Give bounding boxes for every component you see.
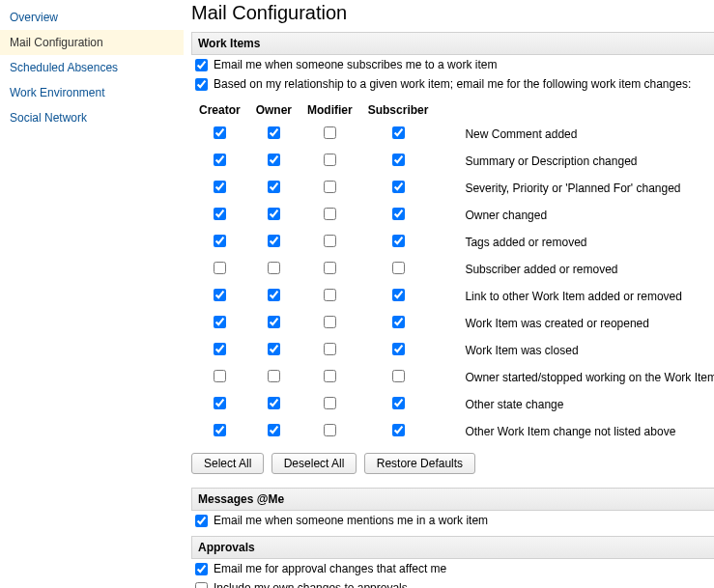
matrix-checkbox[interactable] xyxy=(392,289,405,301)
matrix-checkbox[interactable] xyxy=(324,343,336,355)
row-label: Severity, Priority or 'Planned For' chan… xyxy=(436,175,714,202)
row-label: Work Item was closed xyxy=(436,337,714,364)
sidebar-item-overview[interactable]: Overview xyxy=(0,5,184,30)
matrix-checkbox[interactable] xyxy=(268,424,280,436)
matrix-checkbox[interactable] xyxy=(324,154,336,166)
matrix-checkbox[interactable] xyxy=(392,262,405,274)
matrix-checkbox[interactable] xyxy=(214,370,226,382)
section-work-items-header: Work Items xyxy=(191,32,714,55)
table-row: Work Item was created or reopened xyxy=(191,310,714,337)
matrix-checkbox[interactable] xyxy=(324,262,336,274)
table-row: New Comment added xyxy=(191,121,714,148)
matrix-checkbox[interactable] xyxy=(268,154,280,166)
matrix-checkbox[interactable] xyxy=(392,424,405,436)
matrix-checkbox[interactable] xyxy=(214,397,226,409)
matrix-checkbox[interactable] xyxy=(324,424,336,436)
matrix-checkbox[interactable] xyxy=(214,126,226,139)
table-row: Tags added or removed xyxy=(191,229,714,256)
matrix-checkbox[interactable] xyxy=(268,343,280,355)
label-subscribe-me: Email me when someone subscribes me to a… xyxy=(214,58,497,71)
label-relationship: Based on my relationship to a given work… xyxy=(214,77,691,91)
checkbox-subscribe-me[interactable] xyxy=(195,59,208,71)
matrix-checkbox[interactable] xyxy=(392,370,405,382)
matrix-checkbox[interactable] xyxy=(324,316,336,328)
matrix-checkbox[interactable] xyxy=(268,208,280,220)
table-row: Other state change xyxy=(191,391,714,418)
page-title: Mail Configuration xyxy=(191,2,714,24)
matrix-checkbox[interactable] xyxy=(392,126,405,139)
row-label: Owner started/stopped working on the Wor… xyxy=(436,364,714,391)
checkbox-mention[interactable] xyxy=(195,515,208,527)
matrix-checkbox[interactable] xyxy=(214,154,226,166)
matrix-checkbox[interactable] xyxy=(324,181,336,193)
table-row: Owner changed xyxy=(191,202,714,229)
matrix-checkbox[interactable] xyxy=(268,181,280,193)
select-all-button[interactable]: Select All xyxy=(191,453,264,474)
matrix-checkbox[interactable] xyxy=(268,262,280,274)
column-header-subscriber: Subscriber xyxy=(360,99,437,121)
matrix-checkbox[interactable] xyxy=(392,316,405,328)
matrix-checkbox[interactable] xyxy=(324,126,336,139)
matrix-checkbox[interactable] xyxy=(324,370,336,382)
row-label: Summary or Description changed xyxy=(436,148,714,175)
section-messages-header: Messages @Me xyxy=(191,488,714,511)
sidebar-item-scheduled-absences[interactable]: Scheduled Absences xyxy=(0,55,184,80)
matrix-checkbox[interactable] xyxy=(324,235,336,247)
deselect-all-button[interactable]: Deselect All xyxy=(271,453,357,474)
checkbox-include-own[interactable] xyxy=(195,582,208,589)
row-label: Owner changed xyxy=(436,202,714,229)
matrix-checkbox[interactable] xyxy=(268,235,280,247)
work-item-matrix: CreatorOwnerModifierSubscriber New Comme… xyxy=(191,94,714,445)
sidebar: OverviewMail ConfigurationScheduled Abse… xyxy=(0,0,184,588)
matrix-checkbox[interactable] xyxy=(268,289,280,301)
matrix-checkbox[interactable] xyxy=(214,316,226,328)
row-label: Other Work Item change not listed above xyxy=(436,418,714,445)
checkbox-relationship[interactable] xyxy=(195,78,208,91)
matrix-checkbox[interactable] xyxy=(268,316,280,328)
sidebar-item-work-environment[interactable]: Work Environment xyxy=(0,80,184,105)
checkbox-approval-changes[interactable] xyxy=(195,563,208,575)
matrix-checkbox[interactable] xyxy=(324,208,336,220)
column-header-owner: Owner xyxy=(248,99,300,121)
matrix-checkbox[interactable] xyxy=(392,343,405,355)
table-row: Owner started/stopped working on the Wor… xyxy=(191,364,714,391)
table-row: Other Work Item change not listed above xyxy=(191,418,714,445)
matrix-checkbox[interactable] xyxy=(268,370,280,382)
label-include-own: Include my own changes to approvals xyxy=(214,581,408,588)
table-row: Summary or Description changed xyxy=(191,148,714,175)
matrix-checkbox[interactable] xyxy=(392,397,405,409)
matrix-checkbox[interactable] xyxy=(214,208,226,220)
matrix-checkbox[interactable] xyxy=(214,181,226,193)
matrix-checkbox[interactable] xyxy=(268,126,280,139)
matrix-checkbox[interactable] xyxy=(214,289,226,301)
column-header-creator: Creator xyxy=(191,99,248,121)
matrix-checkbox[interactable] xyxy=(324,289,336,301)
sidebar-item-social-network[interactable]: Social Network xyxy=(0,105,184,130)
matrix-checkbox[interactable] xyxy=(268,397,280,409)
restore-defaults-button[interactable]: Restore Defaults xyxy=(364,453,475,474)
table-row: Subscriber added or removed xyxy=(191,256,714,283)
matrix-checkbox[interactable] xyxy=(214,424,226,436)
matrix-checkbox[interactable] xyxy=(392,208,405,220)
sidebar-item-mail-configuration[interactable]: Mail Configuration xyxy=(0,30,184,55)
row-label: Other state change xyxy=(436,391,714,418)
matrix-checkbox[interactable] xyxy=(214,235,226,247)
section-approvals-header: Approvals xyxy=(191,536,714,559)
matrix-checkbox[interactable] xyxy=(214,262,226,274)
matrix-checkbox[interactable] xyxy=(392,235,405,247)
matrix-checkbox[interactable] xyxy=(392,181,405,193)
row-label: Subscriber added or removed xyxy=(436,256,714,283)
label-approval-changes: Email me for approval changes that affec… xyxy=(214,562,446,575)
main-content: Mail Configuration Work Items Email me w… xyxy=(184,0,714,588)
matrix-checkbox[interactable] xyxy=(392,154,405,166)
row-label: New Comment added xyxy=(436,121,714,148)
row-label: Link to other Work Item added or removed xyxy=(436,283,714,310)
table-row: Work Item was closed xyxy=(191,337,714,364)
matrix-checkbox[interactable] xyxy=(214,343,226,355)
table-row: Severity, Priority or 'Planned For' chan… xyxy=(191,175,714,202)
matrix-checkbox[interactable] xyxy=(324,397,336,409)
column-header-modifier: Modifier xyxy=(300,99,360,121)
label-mention: Email me when someone mentions me in a w… xyxy=(214,514,488,527)
row-label: Tags added or removed xyxy=(436,229,714,256)
table-row: Link to other Work Item added or removed xyxy=(191,283,714,310)
